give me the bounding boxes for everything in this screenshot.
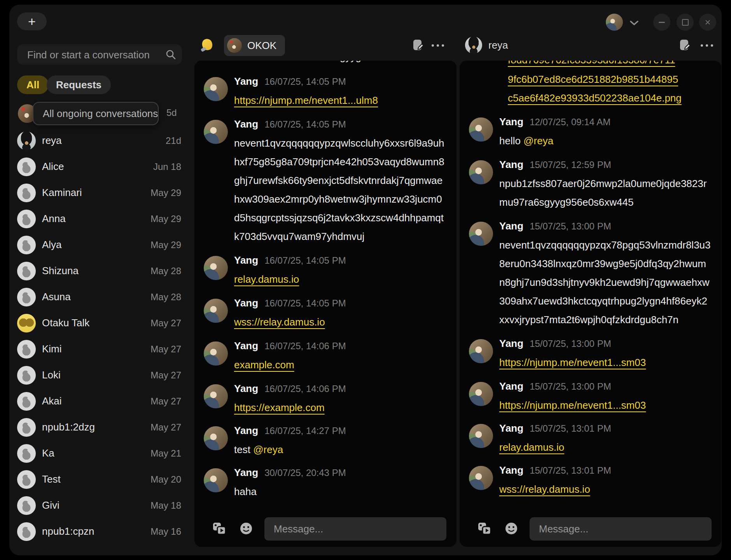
more-options-icon[interactable]: [701, 40, 713, 51]
conversation-name: Test: [42, 473, 61, 485]
message-author: Yang: [234, 75, 258, 88]
message-author: Yang: [234, 297, 258, 309]
conversation-row[interactable]: KaMay 21: [17, 440, 182, 466]
conversation-row[interactable]: reya21d: [17, 128, 182, 154]
conversation-date: May 27: [150, 396, 181, 407]
screenshot-stage: + × All Requests 5d All ongoing conversa…: [0, 0, 731, 560]
close-button[interactable]: ×: [699, 14, 716, 31]
conversation-row[interactable]: npub1:cpznMay 16: [17, 518, 182, 544]
message-link[interactable]: https://example.com: [234, 402, 325, 413]
message: Yang15/07/25, 13:00 PMhttps://njump.me/n…: [469, 338, 711, 372]
minimize-icon: [659, 22, 665, 23]
conversation-avatar: [17, 236, 36, 254]
message-timestamp: 16/07/25, 14:06 PM: [264, 341, 346, 352]
message-link[interactable]: https://njump.me/nevent1...sm03: [499, 357, 646, 368]
message-link[interactable]: c5ae6f482e93933d502238ae104e.png: [508, 89, 721, 107]
message-link[interactable]: 9fc6b07ed8ce6d251882b9851b44895: [508, 70, 721, 89]
account-avatar[interactable]: [606, 14, 623, 31]
conversation-avatar: [17, 158, 36, 176]
conversation-row[interactable]: AlyaMay 29: [17, 232, 182, 258]
mention[interactable]: @reya: [253, 444, 283, 455]
message-content: https://njump.me/nevent1...ulm8: [234, 91, 446, 110]
message-author: Yang: [234, 383, 258, 395]
message: Yang16/07/25, 14:05 PMrelay.damus.io: [204, 254, 446, 289]
message-avatar: [204, 256, 228, 280]
tooltip: All ongoing conversations: [33, 102, 159, 125]
emoji-icon[interactable]: [240, 522, 253, 536]
more-options-icon[interactable]: [432, 40, 444, 51]
note-edit-icon[interactable]: [680, 39, 691, 52]
message-text: test: [234, 444, 253, 455]
message-author: Yang: [234, 425, 258, 437]
conversation-name: Shizuna: [42, 265, 79, 277]
conversation-row[interactable]: LokiMay 27: [17, 362, 182, 388]
conversation-row[interactable]: KaminariMay 29: [17, 180, 182, 206]
message-link[interactable]: example.com: [234, 359, 294, 371]
new-chat-button[interactable]: +: [17, 12, 47, 30]
message-timestamp: 15/07/25, 13:00 PM: [530, 338, 611, 349]
message: Yang15/07/25, 13:00 PMhttps://njump.me/n…: [469, 380, 711, 415]
conversation-row[interactable]: npub1:2dzgMay 27: [17, 414, 182, 440]
note-edit-icon[interactable]: [413, 39, 424, 52]
message-link[interactable]: https://njump.me/nevent1...ulm8: [234, 94, 378, 106]
message-author: Yang: [499, 464, 523, 476]
peer-button-reya[interactable]: reya: [465, 37, 508, 54]
maximize-button[interactable]: [677, 14, 694, 31]
message-avatar: [204, 468, 228, 492]
conversation-row[interactable]: TestMay 20: [17, 466, 182, 492]
conversation-row[interactable]: AnnaMay 29: [17, 206, 182, 232]
close-icon: ×: [705, 16, 710, 28]
peer-button-okok[interactable]: OKOK: [224, 35, 285, 56]
conversation-avatar: [17, 522, 36, 541]
message-link[interactable]: relay.damus.io: [234, 273, 299, 285]
minimize-button[interactable]: [653, 14, 670, 31]
mention[interactable]: @reya: [523, 135, 553, 147]
conversation-row[interactable]: Otaku TalkMay 27: [17, 310, 182, 336]
message: Yang16/07/25, 14:05 PMhttps://njump.me/n…: [204, 75, 446, 110]
message-input[interactable]: [530, 517, 712, 541]
conversation-row[interactable]: ShizunaMay 28: [17, 258, 182, 284]
message-link[interactable]: f8dd769e762fc83393d6f13386/7e711: [508, 61, 721, 69]
conversation-row[interactable]: AkaiMay 27: [17, 388, 182, 414]
conversation-row[interactable]: AsunaMay 28: [17, 284, 182, 310]
message-link[interactable]: relay.damus.io: [499, 441, 564, 453]
message-avatar: [204, 384, 228, 408]
conversation-row[interactable]: GiviMay 18: [17, 492, 182, 518]
message-content: npub1zfss807aer0j26mwp2la0ume0jqde3823rm…: [499, 174, 711, 212]
chat-panel-okok: gyyg Yang16/07/25, 14:05 PMhttps://njump…: [194, 61, 456, 547]
message-avatar: [469, 466, 493, 490]
conversation-name: Loki: [42, 369, 61, 381]
message-input[interactable]: [264, 517, 446, 541]
message-author: Yang: [234, 467, 258, 479]
message-timestamp: 16/07/25, 14:27 PM: [264, 425, 346, 436]
conversation-avatar: [17, 444, 36, 463]
conversation-row[interactable]: KimiMay 27: [17, 336, 182, 362]
message-author: Yang: [499, 116, 523, 128]
emoji-icon[interactable]: [505, 522, 518, 536]
message-timestamp: 15/07/25, 13:00 PM: [530, 221, 611, 232]
message-text: gyyg: [204, 61, 446, 66]
message-content: https://njump.me/nevent1...sm03: [499, 353, 711, 372]
message-link[interactable]: wss://relay.damus.io: [234, 316, 325, 328]
message-timestamp: 12/07/25, 09:14 AM: [530, 117, 610, 128]
conversation-avatar: [17, 262, 36, 280]
message-list: gyyg Yang16/07/25, 14:05 PMhttps://njump…: [194, 61, 456, 501]
conversation-date: May 27: [150, 318, 181, 329]
tab-all[interactable]: All: [17, 75, 49, 94]
message-timestamp: 16/07/25, 14:05 PM: [264, 298, 346, 309]
message-content: hello @reya: [499, 131, 711, 150]
message-link[interactable]: https://njump.me/nevent1...sm03: [499, 399, 646, 411]
media-picker-icon[interactable]: [212, 522, 226, 537]
message-text: hello: [499, 135, 523, 147]
conversation-name: Akai: [42, 395, 62, 407]
chevron-down-icon[interactable]: [630, 20, 638, 27]
message-author: Yang: [234, 340, 258, 352]
waving-hand-icon: [201, 38, 215, 52]
search-input[interactable]: [26, 44, 168, 65]
conversation-name: Asuna: [42, 291, 71, 303]
conversation-row[interactable]: AliceJun 18: [17, 154, 182, 180]
tab-requests[interactable]: Requests: [47, 75, 111, 94]
conversation-date: May 16: [150, 526, 181, 537]
message-link[interactable]: wss://relay.damus.io: [499, 483, 590, 495]
media-picker-icon[interactable]: [477, 522, 491, 537]
